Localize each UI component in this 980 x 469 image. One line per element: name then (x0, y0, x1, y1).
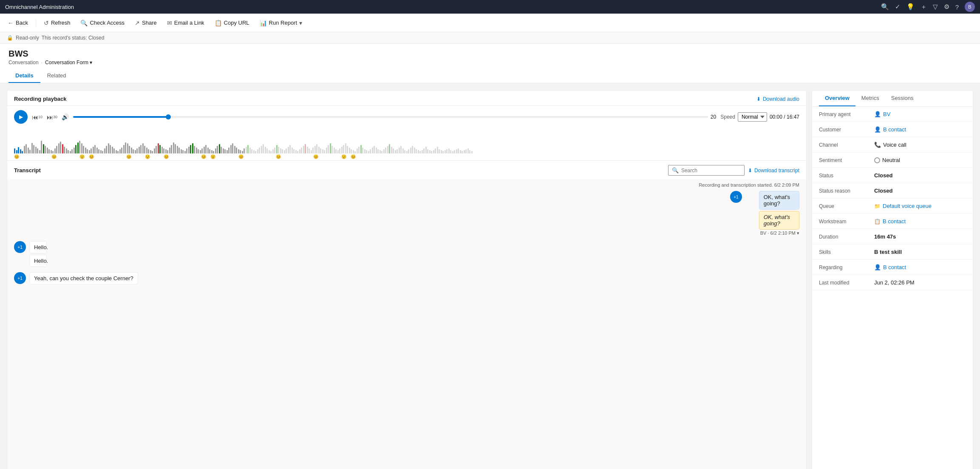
progress-thumb (166, 114, 171, 119)
settings-icon[interactable]: ⚙ (944, 3, 949, 11)
status-label: Status (819, 173, 874, 179)
tab-metrics[interactable]: Metrics (855, 91, 885, 106)
message-row: +1 Hello. Hello. (14, 241, 799, 267)
main-layout: Recording playback ⬇ Download audio ▶ ⏮ … (0, 83, 980, 469)
regarding-link[interactable]: B contact (883, 264, 906, 270)
search-icon: 🔍 (672, 167, 679, 173)
regarding-label: Regarding (819, 264, 874, 270)
share-icon: ↗ (135, 20, 140, 26)
command-bar: ← Back ↺ Refresh 🔍 Check Access ↗ Share … (0, 14, 980, 32)
download-icon: ⬇ (756, 96, 761, 102)
search-icon[interactable]: 🔍 (881, 3, 889, 11)
volume-button[interactable]: 🔊 (62, 114, 69, 120)
tab-sessions[interactable]: Sessions (885, 91, 920, 106)
detail-row-channel: Channel 📞 Voice call (812, 137, 973, 153)
avatar: +1 (14, 272, 26, 284)
last-modified-value: Jun 2, 02:26 PM (874, 279, 915, 286)
channel-value: 📞 Voice call (874, 142, 906, 148)
download-transcript-button[interactable]: ⬇ Download transcript (748, 168, 799, 173)
tab-related[interactable]: Related (40, 69, 73, 83)
time-display: 00:00 / 16:47 (770, 114, 799, 120)
duration-value: 16m 47s (874, 233, 896, 240)
agent-meta: BV · 6/2 2:10 PM ▾ (760, 230, 799, 236)
download-transcript-icon: ⬇ (748, 168, 752, 173)
queue-link[interactable]: Default voice queue (883, 203, 932, 209)
person-icon: 👤 (874, 126, 881, 133)
queue-label: Queue (819, 203, 874, 209)
workstream-link[interactable]: B contact (883, 218, 906, 225)
topbar: Omnichannel Administration 🔍 ✓ 💡 ＋ ▽ ⚙ ?… (0, 0, 980, 14)
breadcrumb-form[interactable]: Conversation Form ▾ (45, 60, 92, 65)
message-row: OK, what's going? OK, what's going? BV ·… (14, 191, 799, 236)
copy-url-button[interactable]: 📋 Copy URL (210, 18, 254, 28)
divider (36, 19, 36, 27)
lock-icon: 🔒 (7, 35, 13, 41)
page-title: BWS (8, 49, 972, 59)
breadcrumb-conversation[interactable]: Conversation (8, 60, 39, 65)
transcript-title: Transcript (14, 167, 41, 173)
email-link-button[interactable]: ✉ Email a Link (163, 18, 209, 28)
speed-control: Speed 0.5x 0.75x Normal 1.25x 1.5x 2x 00… (720, 112, 799, 122)
refresh-icon: ↺ (44, 20, 49, 26)
search-input[interactable] (681, 168, 741, 173)
chat-container[interactable]: Recording and transcription started. 6/2… (7, 179, 806, 469)
speed-select[interactable]: 0.5x 0.75x Normal 1.25x 1.5x 2x (738, 112, 767, 122)
readonly-status: This record's status: Closed (42, 35, 105, 41)
skip-back-button[interactable]: ⏮ 10 (32, 114, 42, 121)
download-audio-button[interactable]: ⬇ Download audio (756, 96, 799, 102)
run-report-button[interactable]: 📊 Run Report ▾ (255, 18, 306, 28)
person-icon: 👤 (874, 111, 881, 117)
left-panel: Recording playback ⬇ Download audio ▶ ⏮ … (7, 90, 807, 469)
skills-value: B test skill (874, 249, 902, 255)
detail-row-sentiment: Sentiment Neutral (812, 153, 973, 168)
avatar[interactable]: B (965, 2, 975, 12)
status-reason-value: Closed (874, 188, 892, 194)
breadcrumb-separator: · (41, 60, 42, 65)
refresh-button[interactable]: ↺ Refresh (40, 18, 75, 28)
queue-value: 📁 Default voice queue (874, 203, 932, 209)
avatar: +1 (730, 191, 742, 203)
message-bubble: Yeah, can you check the couple Cerner? (29, 272, 138, 284)
waveform (14, 128, 799, 153)
status-value: Closed (874, 172, 892, 179)
breadcrumb: Conversation · Conversation Form ▾ (8, 60, 972, 65)
transcript-header: Transcript 🔍 ⬇ Download transcript (7, 160, 806, 179)
detail-row-customer: Customer 👤 B contact (812, 122, 973, 137)
tab-overview[interactable]: Overview (819, 91, 855, 106)
play-button[interactable]: ▶ (14, 110, 28, 124)
back-icon: ← (8, 20, 14, 26)
tab-details[interactable]: Details (8, 69, 40, 83)
readonly-text: Read-only (16, 35, 39, 41)
progress-bar[interactable] (73, 116, 708, 118)
waveform-container[interactable]: 😊😊😟😊😊😟😊😊😟😊😊😊😟😊 (7, 126, 806, 160)
status-reason-label: Status reason (819, 188, 874, 194)
primary-agent-link[interactable]: BV (883, 111, 890, 117)
chevron-down-icon: ▾ (299, 20, 302, 26)
help-icon[interactable]: ? (955, 3, 959, 11)
app-title: Omnichannel Administration (5, 4, 74, 10)
primary-agent-value: 👤 BV (874, 111, 890, 117)
customer-label: Customer (819, 127, 874, 133)
check-access-button[interactable]: 🔍 Check Access (76, 18, 129, 28)
back-button[interactable]: ← Back (3, 18, 32, 28)
progress-fill (73, 116, 168, 118)
workstream-icon: 📋 (874, 219, 881, 225)
sentiment-value: Neutral (874, 157, 900, 163)
share-button[interactable]: ↗ Share (130, 18, 161, 28)
message-row: +1 Yeah, can you check the couple Cerner… (14, 272, 799, 284)
check-circle-icon[interactable]: ✓ (895, 3, 901, 11)
detail-row-duration: Duration 16m 47s (812, 229, 973, 244)
skip-forward-button[interactable]: ⏭ 30 (47, 114, 57, 121)
details-grid: Primary agent 👤 BV Customer 👤 B contact … (812, 107, 973, 469)
detail-row-skills: Skills B test skill (812, 244, 973, 260)
lightbulb-icon[interactable]: 💡 (906, 3, 915, 11)
customer-link[interactable]: B contact (883, 126, 906, 133)
primary-agent-label: Primary agent (819, 111, 874, 117)
workstream-value: 📋 B contact (874, 218, 906, 225)
regarding-value: 👤 B contact (874, 264, 906, 270)
plus-icon[interactable]: ＋ (921, 3, 927, 11)
filter-icon[interactable]: ▽ (933, 3, 938, 11)
email-icon: ✉ (167, 20, 172, 26)
check-access-icon: 🔍 (80, 20, 88, 26)
workstream-label: Workstream (819, 219, 874, 225)
